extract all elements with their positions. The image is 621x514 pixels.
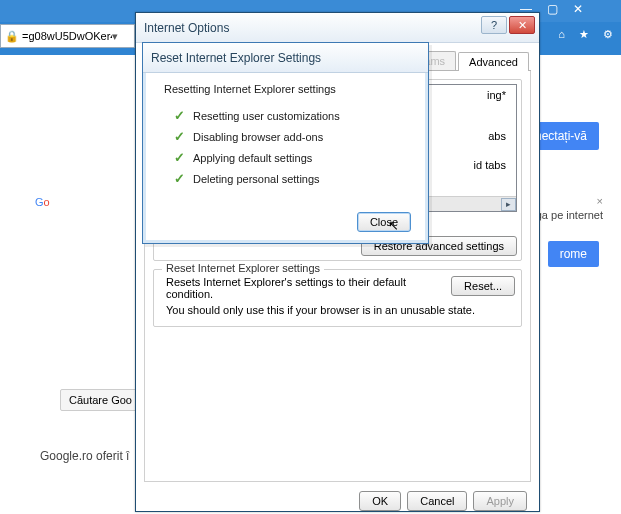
check-icon: ✓ xyxy=(174,171,185,186)
progress-close-button[interactable]: Close xyxy=(357,212,411,232)
address-bar[interactable]: 🔒 ▾ xyxy=(0,24,135,48)
address-dropdown-icon[interactable]: ▾ xyxy=(112,30,118,43)
cancel-button[interactable]: Cancel xyxy=(407,491,467,511)
home-icon[interactable]: ⌂ xyxy=(558,28,565,41)
window-max-button[interactable]: ▢ xyxy=(539,0,565,18)
reset-progress-dialog: Reset Internet Explorer Settings Resetti… xyxy=(142,42,429,244)
progress-titlebar[interactable]: Reset Internet Explorer Settings xyxy=(143,43,428,73)
reset-group-title: Reset Internet Explorer settings xyxy=(162,262,324,274)
favorites-icon[interactable]: ★ xyxy=(579,28,589,41)
google-logo: Go xyxy=(35,155,50,219)
dialog-help-button[interactable]: ? xyxy=(481,16,507,34)
tab-advanced[interactable]: Advanced xyxy=(458,52,529,71)
check-icon: ✓ xyxy=(174,108,185,123)
dialog-title: Internet Options xyxy=(144,21,229,35)
reset-description: Resets Internet Explorer's settings to t… xyxy=(160,276,443,300)
check-icon: ✓ xyxy=(174,150,185,165)
dialog-titlebar[interactable]: Internet Options ? ✕ xyxy=(136,13,539,43)
reset-button[interactable]: Reset... xyxy=(451,276,515,296)
progress-item-personal: Deleting personal settings xyxy=(193,173,320,185)
promo-close-icon[interactable]: × xyxy=(597,195,603,207)
ok-button[interactable]: OK xyxy=(359,491,401,511)
google-offered-text: Google.ro oferit î xyxy=(40,449,129,463)
address-input[interactable] xyxy=(22,30,112,42)
progress-heading: Resetting Internet Explorer settings xyxy=(164,83,411,95)
check-icon: ✓ xyxy=(174,129,185,144)
apply-button[interactable]: Apply xyxy=(473,491,527,511)
google-search-button[interactable]: Căutare Goo xyxy=(60,389,141,411)
progress-item-defaults: Applying default settings xyxy=(193,152,312,164)
reset-note: You should only use this if your browser… xyxy=(166,304,515,316)
progress-item-customizations: Resetting user customizations xyxy=(193,110,340,122)
toolbar-icons: ⌂ ★ ⚙ xyxy=(558,28,613,41)
dialog-footer: OK Cancel Apply xyxy=(144,482,531,511)
progress-item-addons: Disabling browser add-ons xyxy=(193,131,323,143)
tools-gear-icon[interactable]: ⚙ xyxy=(603,28,613,41)
scroll-right-arrow-icon[interactable]: ▸ xyxy=(501,198,516,211)
setting-partial-0: ing* xyxy=(487,88,506,103)
window-close-button[interactable]: ✕ xyxy=(565,0,591,18)
dialog-close-button[interactable]: ✕ xyxy=(509,16,535,34)
lock-icon: 🔒 xyxy=(5,30,19,43)
chrome-download-button[interactable]: rome xyxy=(548,241,599,267)
